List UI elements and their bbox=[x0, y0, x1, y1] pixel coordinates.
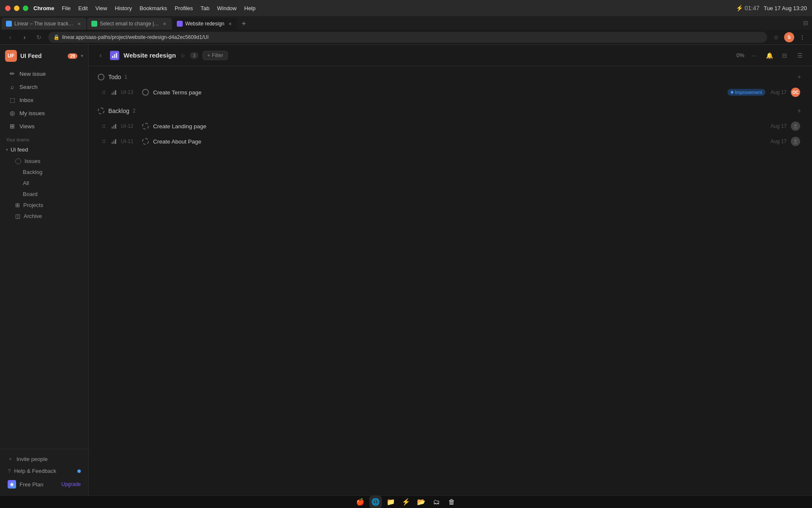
issue-avatar-ui12 bbox=[791, 121, 800, 131]
team-sub-items: Issues Backlog All Board ⊞ Projects ◫ Ar bbox=[0, 156, 88, 221]
menu-history[interactable]: History bbox=[115, 5, 132, 11]
refresh-button[interactable]: ↻ bbox=[34, 32, 44, 42]
dock-terminal[interactable]: 📁 bbox=[384, 496, 397, 508]
layout-button[interactable]: ⊟ bbox=[779, 50, 790, 61]
sidebar-item-my-issues[interactable]: ◎ My issues bbox=[3, 107, 86, 119]
tab-close-2[interactable]: ✕ bbox=[162, 21, 167, 27]
url-text: linear.app/saas-paths/project/website-re… bbox=[62, 34, 208, 40]
help-feedback-button[interactable]: ? Help & Feedback bbox=[4, 465, 84, 477]
menu-window[interactable]: Window bbox=[217, 5, 236, 11]
sidebar-item-all[interactable]: All bbox=[11, 178, 86, 188]
menu-file[interactable]: File bbox=[62, 5, 71, 11]
profile-avatar[interactable]: S bbox=[784, 32, 794, 42]
search-label: Search bbox=[19, 84, 38, 90]
dock-archive[interactable]: 🗂 bbox=[430, 496, 443, 508]
close-button[interactable] bbox=[5, 6, 11, 11]
filter-button[interactable]: + Filter bbox=[203, 51, 228, 60]
sidebar-toggle-button[interactable]: ☰ bbox=[794, 50, 805, 61]
issue-title-ui13: Create Terms page bbox=[153, 89, 723, 96]
projects-icon: ⊞ bbox=[15, 202, 20, 208]
new-issue-icon: ✏ bbox=[8, 70, 16, 77]
issue-row-ui12[interactable]: UI-12 Create Landing page Aug 17 bbox=[92, 119, 809, 134]
more-options-button[interactable]: ··· bbox=[749, 50, 760, 61]
dock-chrome[interactable]: 🌐 bbox=[369, 496, 382, 508]
issue-id-ui12: UI-12 bbox=[121, 123, 138, 129]
priority-icon-ui12 bbox=[111, 123, 117, 129]
sidebar-footer: ＋ Invite people ? Help & Feedback Free P… bbox=[0, 449, 88, 495]
menu-view[interactable]: View bbox=[95, 5, 107, 11]
teams-section-label: Your teams bbox=[0, 133, 88, 144]
inbox-label: Inbox bbox=[19, 97, 33, 103]
issue-title-ui12: Create Landing page bbox=[153, 123, 765, 130]
dock-finder[interactable]: 🍎 bbox=[354, 496, 367, 508]
sidebar-item-search[interactable]: ⌕ Search bbox=[3, 80, 86, 93]
sidebar-item-backlog[interactable]: Backlog bbox=[11, 167, 86, 177]
minimize-button[interactable] bbox=[14, 6, 19, 11]
forward-button[interactable]: › bbox=[19, 32, 30, 42]
extensions-button[interactable]: ⊟ bbox=[799, 17, 812, 29]
sidebar-item-board[interactable]: Board bbox=[11, 189, 86, 199]
new-tab-button[interactable]: + bbox=[238, 18, 250, 30]
free-plan-row: Free Plan Upgrade bbox=[4, 477, 84, 492]
invite-people-button[interactable]: ＋ Invite people bbox=[4, 453, 84, 465]
dock-files[interactable]: 📂 bbox=[415, 496, 428, 508]
tab-django[interactable]: Select email to change | Django... ✕ bbox=[87, 18, 172, 30]
tag-label: Improvement bbox=[735, 90, 762, 95]
team-name: Ui feed bbox=[11, 146, 28, 153]
url-bar[interactable]: 🔒 linear.app/saas-paths/project/website-… bbox=[48, 32, 767, 43]
menu-edit[interactable]: Edit bbox=[78, 5, 88, 11]
menu-bar: Chrome File Edit View History Bookmarks … bbox=[33, 5, 731, 11]
invite-label: Invite people bbox=[16, 456, 48, 462]
issue-status-todo bbox=[142, 89, 149, 96]
notifications-button[interactable]: 🔔 bbox=[764, 50, 775, 61]
sidebar-item-projects[interactable]: ⊞ Projects bbox=[11, 200, 86, 210]
issue-id-ui11: UI-11 bbox=[121, 138, 138, 144]
issue-date-ui11: Aug 17 bbox=[770, 138, 787, 144]
sidebar-item-new-issue[interactable]: ✏ New issue bbox=[3, 67, 86, 80]
todo-section-header[interactable]: Todo 1 + bbox=[89, 69, 812, 85]
issue-row-ui13[interactable]: UI-13 Create Terms page Improvement Aug … bbox=[92, 85, 809, 100]
header-actions: 0% ··· 🔔 ⊟ ☰ bbox=[736, 50, 805, 61]
tab-linear[interactable]: Linear – The issue tracking to... ✕ bbox=[2, 18, 86, 30]
issue-row-ui11[interactable]: UI-11 Create About Page Aug 17 bbox=[92, 134, 809, 149]
svg-rect-2 bbox=[114, 54, 115, 58]
tab-favicon-2 bbox=[91, 21, 97, 27]
workspace-chevron-icon: ▾ bbox=[81, 53, 83, 59]
back-navigation-button[interactable]: ‹ bbox=[96, 50, 106, 61]
tab-website-redesign[interactable]: Website redesign ✕ bbox=[173, 18, 237, 30]
sidebar-item-archive[interactable]: ◫ Archive bbox=[11, 211, 86, 221]
sidebar-nav: ✏ New issue ⌕ Search ⬚ Inbox ◎ My issues… bbox=[0, 65, 88, 449]
lock-icon: 🔒 bbox=[53, 34, 60, 40]
sidebar-item-views[interactable]: ⊞ Views bbox=[3, 120, 86, 133]
dock-battery[interactable]: ⚡ bbox=[400, 496, 412, 508]
menu-help[interactable]: Help bbox=[244, 5, 256, 11]
backlog-section-header[interactable]: Backlog 2 + bbox=[89, 103, 812, 119]
tab-close-3[interactable]: ✕ bbox=[227, 21, 233, 27]
sidebar-item-issues[interactable]: Issues bbox=[11, 156, 86, 166]
backlog-add-button[interactable]: + bbox=[795, 107, 804, 115]
sidebar-header[interactable]: UF UI Feed 29 ▾ bbox=[0, 45, 88, 65]
svg-point-14 bbox=[795, 140, 797, 142]
menu-profiles[interactable]: Profiles bbox=[175, 5, 193, 11]
project-star-icon[interactable]: ☆ bbox=[180, 52, 186, 59]
bookmark-icon[interactable]: ☆ bbox=[771, 33, 781, 42]
archive-icon: ◫ bbox=[15, 213, 20, 219]
upgrade-button[interactable]: Upgrade bbox=[61, 481, 81, 487]
menu-tab[interactable]: Tab bbox=[200, 5, 209, 11]
help-notification-dot bbox=[77, 469, 81, 473]
back-button[interactable]: ‹ bbox=[5, 32, 15, 42]
svg-marker-0 bbox=[10, 482, 14, 486]
tab-title-1: Linear – The issue tracking to... bbox=[14, 21, 74, 27]
invite-icon: ＋ bbox=[8, 455, 13, 463]
tab-close-1[interactable]: ✕ bbox=[76, 21, 82, 27]
dock-trash[interactable]: 🗑 bbox=[445, 496, 458, 508]
more-icon[interactable]: ⋮ bbox=[798, 33, 807, 42]
time-display: Tue 17 Aug 13:20 bbox=[764, 5, 807, 11]
tag-dot bbox=[731, 91, 733, 94]
menu-bookmarks[interactable]: Bookmarks bbox=[140, 5, 167, 11]
team-header[interactable]: ▾ Ui feed bbox=[0, 144, 88, 155]
todo-add-button[interactable]: + bbox=[795, 73, 804, 81]
maximize-button[interactable] bbox=[23, 6, 28, 11]
issue-date-ui12: Aug 17 bbox=[770, 123, 787, 129]
sidebar-item-inbox[interactable]: ⬚ Inbox bbox=[3, 94, 86, 106]
